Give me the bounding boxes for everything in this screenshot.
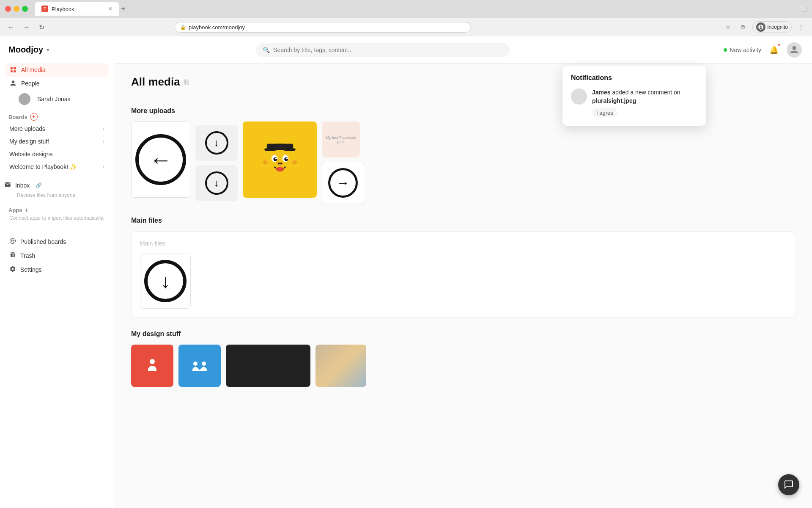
inner-main-files-label: Main files [140,240,786,247]
new-tab-button[interactable]: + [121,5,126,14]
new-activity-button[interactable]: New activity [724,47,761,53]
media-thumb-arrow-right[interactable]: → [322,162,364,204]
apps-section-header: Apps + [0,202,114,215]
extensions-button[interactable]: ⧉ [737,21,749,33]
media-thumb-mailchimp[interactable] [243,121,317,198]
svg-point-21 [202,362,206,366]
sidebar-item-settings[interactable]: Settings [5,262,109,276]
svg-point-11 [273,157,277,161]
address-bar[interactable]: 🔒 playbook.com/moodjoy [175,22,471,33]
app-header: 🔍 New activity 🔔 [114,36,812,64]
download-circle-bottom: ↓ [205,171,228,195]
all-media-label: All media [21,66,46,73]
sidebar-logo[interactable]: Moodjoy ▾ [0,45,114,63]
svg-point-16 [277,163,280,164]
sarah-jonas-label: Sarah Jonas [37,96,71,102]
inbox-icon [4,181,11,189]
svg-point-20 [193,362,198,366]
sarah-avatar [19,93,30,105]
flowers-stack: My first Facebook post → [322,121,364,204]
board-item-welcome[interactable]: Welcome to Playbook! ✨ › [5,160,109,173]
svg-point-14 [286,157,288,159]
notifications-button[interactable]: 🔔 [766,42,782,58]
sidebar-item-all-media[interactable]: All media [5,63,109,77]
traffic-lights [5,6,28,12]
main-files-label: Main files [131,217,795,224]
notif-text: James added a new comment on pluralsight… [592,88,698,105]
boards-list: More uploads › My design stuff › Website… [0,122,114,173]
refresh-button[interactable]: ↻ [36,21,47,33]
incognito-button[interactable]: Incognito [752,21,792,33]
incognito-label: Incognito [767,24,788,30]
svg-point-17 [280,163,282,164]
logo-chevron-icon: ▾ [47,47,49,53]
back-button[interactable]: ← [5,21,17,33]
board-label-my-design-stuff: My design stuff [9,138,49,145]
more-uploads-grid: ← ↓ ↓ [131,121,795,204]
media-thumb-download-main[interactable]: ↓ [140,254,191,309]
search-bar[interactable]: 🔍 [256,43,510,57]
traffic-light-yellow[interactable] [14,6,19,12]
main-content: 🔍 New activity 🔔 All media [114,36,812,508]
search-input[interactable] [273,47,503,53]
main-files-inner: Main files ↓ [131,231,795,318]
notif-content: James added a new comment on pluralsight… [592,88,698,117]
apps-desc: Connect apps to import files automatical… [0,215,114,224]
design-thumb-photo[interactable] [315,345,366,387]
chat-button[interactable] [778,474,799,495]
sidebar-item-people[interactable]: People [5,77,109,90]
notif-user-avatar [571,88,587,105]
notification-badge [777,43,781,47]
active-tab[interactable]: P Playbook ✕ [35,2,119,16]
design-thumb-dark[interactable] [226,345,310,387]
menu-button[interactable]: ⋮ [795,21,807,33]
notification-popup: Notifications James added a new comment … [562,66,706,126]
svg-point-8 [292,160,297,164]
forward-button[interactable]: → [20,21,32,33]
people-label: People [21,80,40,87]
design-thumb-red[interactable] [131,345,173,387]
board-item-my-design-stuff[interactable]: My design stuff › [5,135,109,148]
board-item-website-designs[interactable]: Website designs [5,148,109,160]
sidebar-item-published-boards[interactable]: Published boards [5,235,109,248]
boards-label: Boards [8,114,27,120]
mailchimp-logo [257,134,303,185]
board-item-more-uploads[interactable]: More uploads › [5,122,109,135]
notif-reaction-button[interactable]: I agree [592,108,617,117]
svg-point-12 [284,157,288,161]
incognito-avatar [756,22,765,32]
copy-link-icon[interactable]: ⎘ [184,78,189,86]
media-thumb-download-bottom[interactable]: ↓ [195,165,238,201]
inbox-desc: Receive files from anyone. [0,192,114,202]
board-label-welcome: Welcome to Playbook! ✨ [9,163,77,170]
media-thumb-flowers[interactable]: My first Facebook post [322,121,360,157]
download-stack: ↓ ↓ [195,121,238,204]
new-activity-label: New activity [730,47,761,53]
board-label-website-designs: Website designs [9,151,52,157]
tab-favicon: P [41,6,48,12]
bookmark-button[interactable]: ☆ [722,21,734,33]
svg-point-15 [277,162,283,166]
svg-point-19 [150,359,155,364]
user-avatar[interactable] [787,42,802,58]
url-text: playbook.com/moodjoy [189,24,245,30]
add-board-button[interactable]: + [30,113,38,121]
notification-title: Notifications [571,74,698,82]
sidebar-item-trash[interactable]: Trash [5,248,109,262]
traffic-light-green[interactable] [22,6,28,12]
chevron-icon: › [103,126,104,132]
design-thumb-blue[interactable] [178,345,221,387]
search-icon: 🔍 [263,47,270,53]
logo-text: Moodjoy [8,45,43,55]
svg-point-18 [276,167,283,171]
sidebar: Moodjoy ▾ All media People Sarah Jonas [0,36,114,508]
inbox-item[interactable]: Inbox 🔗 [0,178,114,192]
media-thumb-arrow-left[interactable]: ← [131,121,190,198]
add-app-button[interactable]: + [25,207,28,213]
sidebar-item-sarah-jonas[interactable]: Sarah Jonas [5,90,109,108]
notif-file-name: pluralsight.jpeg [592,97,636,104]
tab-close-icon[interactable]: ✕ [108,6,112,12]
traffic-light-red[interactable] [5,6,11,12]
chevron-icon: › [103,164,104,170]
media-thumb-download-top[interactable]: ↓ [195,125,238,161]
